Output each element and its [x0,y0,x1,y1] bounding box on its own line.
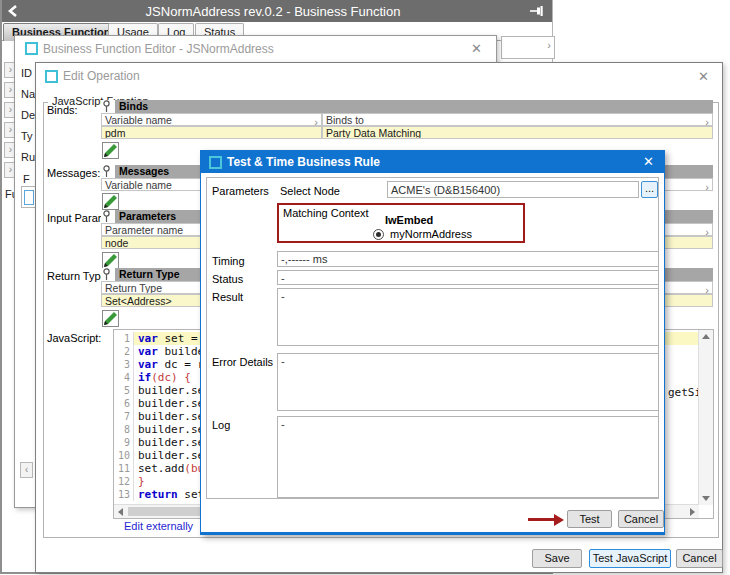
select-node-input[interactable] [387,181,639,198]
back-icon[interactable] [2,4,24,18]
error-details-label: Error Details [212,356,273,368]
status-value[interactable] [277,270,659,285]
tag-pin-icon [101,100,112,113]
binds-row-binds-to[interactable]: Party Data Matching [322,126,713,139]
messages-label: Messages: [47,167,100,179]
save-button[interactable]: Save [532,549,582,568]
column-header-variable-name[interactable]: Variable name [101,113,322,126]
tag-pin-icon [101,165,112,178]
scroll-left-icon[interactable] [20,462,33,478]
scroll-left-icon[interactable] [118,508,123,516]
close-icon[interactable]: ✕ [471,42,482,55]
pin-cell [101,165,115,178]
edit-grid-icon[interactable] [102,193,119,210]
binds-grid-header[interactable]: Binds [115,100,713,113]
tag-pin-icon [101,268,112,281]
log-box[interactable]: - [277,416,659,498]
field-fragment[interactable] [501,36,555,59]
edit-operation-title: Edit Operation [63,69,140,83]
screen: JSNormAddress rev.0.2 - Business Functio… [0,0,730,575]
bfe-field-label: F [23,173,30,185]
annotation-arrow-head [554,514,564,526]
window-icon [25,42,38,55]
test-cancel-button[interactable]: Cancel [618,510,664,528]
matching-context-option[interactable]: myNormAddress [373,228,472,240]
main-titlebar: JSNormAddress rev.0.2 - Business Functio… [2,0,552,22]
radio-selected-icon[interactable] [373,229,384,240]
test-dialog-title: Test & Time Business Rule [227,155,380,169]
matching-context-group: IwEmbed [385,214,433,226]
scroll-down-icon[interactable] [702,496,710,501]
bfe-field-label: Ty [21,130,33,142]
select-node-label: Select Node [280,185,340,197]
tag-pin-icon [101,210,112,223]
bfe-field-label: Na [21,88,35,100]
test-javascript-button[interactable]: Test JavaScript [589,549,671,568]
test-time-dialog: Test & Time Business Rule ✕ Parameters S… [200,150,665,535]
parameters-label: Parameters [212,185,269,197]
log-label: Log [212,419,230,431]
timing-value[interactable] [277,251,659,267]
error-details-box[interactable]: - [277,353,659,411]
edit-externally-link[interactable]: Edit externally [124,520,193,532]
pin-cell [101,100,115,113]
javascript-label: JavaScript: [47,332,101,344]
test-dialog-titlebar: Test & Time Business Rule ✕ [201,151,664,173]
pin-icon[interactable] [522,5,552,17]
timing-label: Timing [212,255,245,267]
edit-grid-icon[interactable] [102,310,119,327]
field-fragment [21,186,36,208]
close-icon[interactable]: ✕ [698,70,709,83]
main-window-title: JSNormAddress rev.0.2 - Business Functio… [24,4,522,19]
bfe-field-label: Ru [21,151,35,163]
close-icon[interactable]: ✕ [643,155,654,168]
pin-cell [101,268,115,281]
bfe-field-label: ID [21,67,32,79]
scroll-up-icon[interactable] [702,334,710,339]
scroll-right-icon[interactable] [690,508,695,516]
test-button[interactable]: Test [567,510,612,528]
result-box[interactable]: - [277,288,659,346]
vertical-scrollbar[interactable] [698,330,713,505]
window-icon [209,156,222,169]
edit-grid-icon[interactable] [102,252,119,269]
cancel-button[interactable]: Cancel [676,549,723,568]
matching-context-label: Matching Context [283,207,369,219]
bfe-dialog-title: Business Function Editor - JSNormAddress [43,42,274,56]
pin-cell [101,210,115,223]
column-header-binds-to[interactable]: Binds to [322,113,713,126]
bfe-field-label: De [21,109,35,121]
result-label: Result [212,291,243,303]
status-label: Status [212,273,243,285]
window-icon [45,70,58,83]
binds-row-variable[interactable]: pdm [101,126,322,139]
binds-label: Binds: [47,104,78,116]
annotation-arrow [528,518,555,521]
matching-context-highlight: Matching Context IwEmbed myNormAddress [277,203,525,243]
browse-button[interactable]: ... [641,181,658,198]
edit-grid-icon[interactable] [102,142,119,159]
